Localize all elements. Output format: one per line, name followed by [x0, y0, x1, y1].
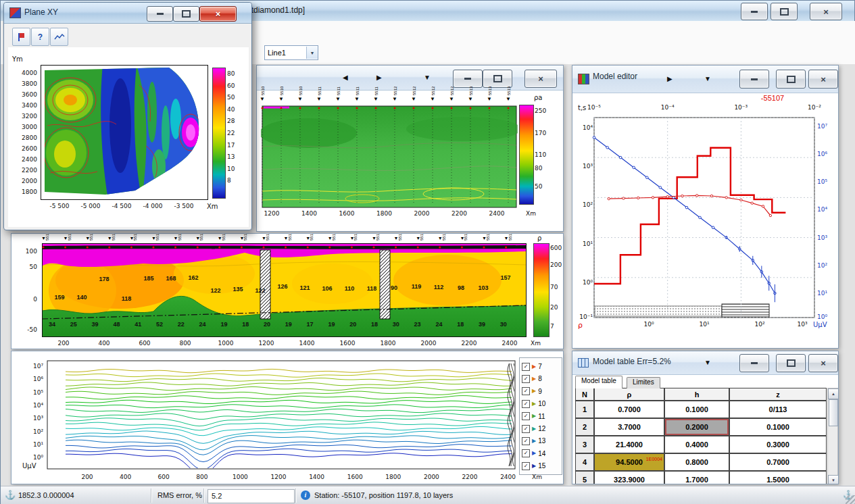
legend-checkbox[interactable]: ✓	[522, 375, 530, 383]
cell-h[interactable]: 0.4000	[664, 436, 729, 453]
cell-z[interactable]: 0.1000	[729, 418, 827, 436]
legend-item[interactable]: ✓▶15	[522, 460, 545, 472]
plane-tool-button-2[interactable]: ?	[31, 28, 49, 46]
cell-z[interactable]: 1.5000	[729, 471, 827, 484]
pseudosection-plot[interactable]	[261, 105, 518, 209]
legend-item[interactable]: ✓▶13	[522, 435, 545, 447]
axis-tick-label: 2000	[415, 340, 442, 347]
axis-tick-label: 2800	[12, 134, 37, 141]
station-marker: ▼	[297, 97, 303, 102]
prev-station-button[interactable]: ◀	[343, 74, 348, 81]
scroll-up-button[interactable]: ▲	[828, 388, 839, 399]
legend-checkbox[interactable]: ✓	[522, 425, 530, 433]
plane-xy-titlebar[interactable]: Plane XY ×	[4, 3, 251, 24]
station-label: 5511	[318, 75, 322, 95]
main-maximize-button[interactable]	[771, 3, 798, 20]
line-select-combobox[interactable]: Line1 ▼	[264, 45, 318, 60]
legend-item[interactable]: ✓▶8	[522, 373, 542, 384]
status-divider	[151, 488, 151, 503]
legend-checkbox[interactable]: ✓	[522, 449, 530, 457]
model-table-scrollbar[interactable]: ▲ ▼	[827, 388, 838, 484]
axis-tick-label: 2200	[456, 474, 483, 480]
tab-limites[interactable]: Limites	[627, 377, 660, 388]
cell-h[interactable]: 1.7000	[664, 471, 729, 484]
station-label: 5512	[332, 234, 336, 241]
plane-y-axis-label: Ym	[12, 55, 23, 63]
pseudosection-minimize-button[interactable]	[453, 70, 483, 88]
legend-item[interactable]: ✓▶14	[522, 448, 545, 459]
cell-z[interactable]: 0.3000	[729, 436, 827, 453]
resistivity-value: 24	[433, 321, 445, 328]
legend-item[interactable]: ✓▶11	[522, 411, 545, 422]
main-minimize-button[interactable]	[741, 3, 768, 20]
model-editor-titlebar[interactable]: Model editor ▶ ▼ ×	[572, 66, 838, 93]
cell-rho[interactable]: 0.7000	[594, 401, 664, 418]
axis-tick-label: 2400	[496, 340, 523, 347]
station-label: 5513	[486, 234, 490, 241]
pseudosection-close-button[interactable]: ×	[524, 70, 557, 88]
legend-checkbox[interactable]: ✓	[522, 363, 530, 371]
section-dropdown-icon[interactable]: ▼	[424, 74, 431, 81]
decay-plot[interactable]	[11, 351, 564, 484]
main-close-button[interactable]: ×	[810, 3, 842, 20]
model-editor-title: Model editor	[593, 72, 637, 81]
axis-tick-label: 200	[50, 340, 77, 347]
legend-checkbox[interactable]: ✓	[522, 400, 530, 408]
cell-rho[interactable]: 94.50001E0004	[594, 453, 664, 471]
play-button[interactable]: ▶	[667, 75, 673, 82]
cell-h[interactable]: 0.8000	[664, 453, 729, 471]
plane-tool-button-1[interactable]	[12, 28, 30, 46]
down-icon: ▼	[831, 478, 835, 482]
column-header: z	[729, 388, 827, 401]
resistivity-value: 135	[230, 286, 245, 293]
plane-tool-button-3[interactable]	[50, 28, 68, 46]
axis-tick-label: 1200	[265, 474, 292, 480]
cell-h[interactable]: 0.1000	[664, 401, 729, 418]
legend-checkbox[interactable]: ✓	[522, 437, 530, 445]
plane-xy-close-button[interactable]: ×	[199, 6, 237, 22]
station-label: 5511	[243, 234, 247, 241]
axis-tick-label: 3400	[12, 102, 37, 109]
model-editor-close-button[interactable]: ×	[808, 70, 838, 89]
legend-item[interactable]: ✓▶10	[522, 398, 545, 409]
model-table-titlebar[interactable]: Model table Err=5.2% ▼ ×	[572, 351, 838, 375]
model-table-maximize-button[interactable]	[776, 354, 806, 372]
cell-rho[interactable]: 3.7000	[594, 418, 664, 436]
model-editor-dropdown-icon[interactable]: ▼	[704, 75, 711, 82]
scale-tick-label: 70	[550, 284, 564, 291]
axis-tick-label: 1800	[374, 340, 401, 347]
plane-xy-maximize-button[interactable]	[173, 6, 199, 22]
legend-label: 8	[538, 375, 542, 382]
status-divider	[295, 488, 296, 503]
tab-model-table[interactable]: Model table	[575, 376, 622, 388]
decay-legend: ✓▶7✓▶8✓▶9✓▶10✓▶11✓▶12✓▶13✓▶14✓▶15	[519, 357, 562, 475]
resistivity-value: 19	[283, 321, 295, 328]
legend-checkbox[interactable]: ✓	[522, 387, 530, 395]
model-table-minimize-button[interactable]	[739, 354, 769, 372]
model-editor-plot[interactable]	[572, 103, 839, 349]
plane-xy-minimize-button[interactable]	[147, 6, 173, 22]
resize-grip[interactable]	[846, 495, 855, 504]
resistivity-value: 48	[110, 321, 122, 328]
scroll-down-button[interactable]: ▼	[828, 475, 839, 484]
plane-x-axis-label: Xm	[207, 203, 218, 210]
scroll-thumb[interactable]	[829, 399, 838, 426]
station-marker: ▼	[335, 97, 341, 102]
cell-h[interactable]: 0.2000	[664, 418, 729, 436]
model-editor-maximize-button[interactable]	[776, 70, 806, 89]
legend-checkbox[interactable]: ✓	[522, 462, 530, 470]
station-marker: ▼	[278, 97, 284, 102]
cell-z[interactable]: 0/113	[729, 401, 827, 418]
plane-xy-map[interactable]	[41, 65, 208, 200]
legend-item[interactable]: ✓▶12	[522, 423, 545, 434]
model-table-close-button[interactable]: ×	[808, 354, 838, 372]
cell-z[interactable]: 0.7000	[729, 453, 827, 471]
cell-rho[interactable]: 323.9000	[594, 471, 664, 484]
legend-item[interactable]: ✓▶7	[522, 361, 542, 372]
model-table-dropdown-icon[interactable]: ▼	[704, 359, 711, 366]
combo-dropdown-icon[interactable]: ▼	[306, 47, 318, 59]
legend-item[interactable]: ✓▶9	[522, 386, 542, 397]
legend-checkbox[interactable]: ✓	[522, 412, 530, 420]
model-editor-minimize-button[interactable]	[739, 70, 769, 89]
row-number: 2	[575, 418, 594, 436]
